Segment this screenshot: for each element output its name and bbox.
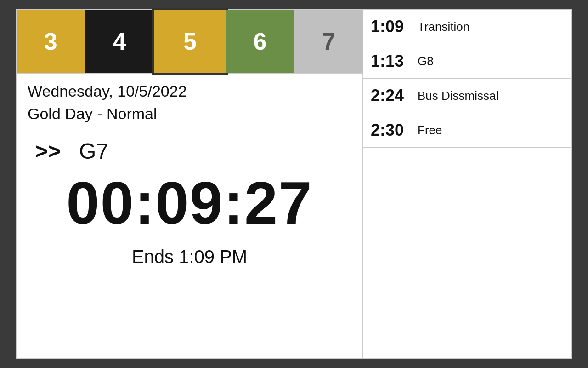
app-container: 34567 Wednesday, 10/5/2022 Gold Day - No…: [16, 9, 572, 359]
schedule-time-2: 2:24: [371, 86, 412, 105]
period-tab-4[interactable]: 4: [85, 10, 154, 73]
period-tab-5[interactable]: 5: [154, 10, 226, 73]
timer-header: >> G7: [35, 138, 344, 164]
schedule-row-3: 2:30Free: [363, 113, 571, 148]
schedule-label-0: Transition: [418, 20, 469, 34]
current-period-label: G7: [79, 138, 108, 164]
period-tab-6[interactable]: 6: [226, 10, 295, 73]
schedule-label-2: Bus Dissmissal: [418, 89, 498, 103]
layout-wrapper: 34567 Wednesday, 10/5/2022 Gold Day - No…: [17, 10, 571, 358]
periods-panel: 34567: [17, 10, 363, 74]
schedule-time-3: 2:30: [371, 121, 412, 140]
schedule-time-1: 1:13: [371, 52, 412, 71]
info-panel: Wednesday, 10/5/2022 Gold Day - Normal: [17, 74, 363, 129]
right-column: 1:09Transition1:13G82:24Bus Dissmissal2:…: [363, 10, 571, 358]
schedule-label-1: G8: [418, 54, 434, 69]
schedule-time-0: 1:09: [371, 17, 412, 36]
schedule-row-0: 1:09Transition: [363, 10, 571, 44]
ends-label: Ends 1:09 PM: [35, 247, 344, 267]
chevrons-icon: >>: [35, 138, 61, 164]
info-date: Wednesday, 10/5/2022: [28, 82, 352, 100]
schedule-row-1: 1:13G8: [363, 44, 571, 79]
schedule-row-2: 2:24Bus Dissmissal: [363, 79, 571, 113]
left-column: 34567 Wednesday, 10/5/2022 Gold Day - No…: [17, 10, 363, 358]
schedule-label-3: Free: [418, 123, 442, 138]
period-tab-3[interactable]: 3: [17, 10, 85, 73]
timer-display: 00:09:27: [35, 173, 344, 233]
info-day-type: Gold Day - Normal: [28, 105, 352, 123]
timer-panel: >> G7 00:09:27 Ends 1:09 PM: [17, 129, 363, 276]
period-tab-7[interactable]: 7: [294, 10, 363, 73]
